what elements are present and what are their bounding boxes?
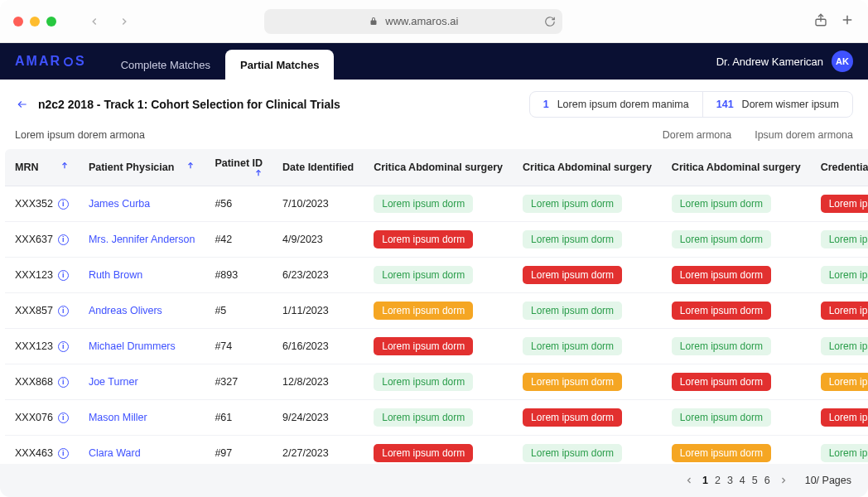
physician-link[interactable]: Ruth Brown xyxy=(89,269,142,281)
table-row[interactable]: XXX868i Joe Turner #327 12/8/2023 Lorem … xyxy=(5,364,868,400)
table-row[interactable]: XXX637i Mrs. Jennifer Anderson #42 4/9/2… xyxy=(5,222,868,258)
mrn-cell: XXX637i xyxy=(15,234,69,245)
lock-icon xyxy=(369,17,379,27)
mrn-cell: XXX463i xyxy=(15,447,69,459)
window-controls xyxy=(13,17,56,27)
patient-id-cell: #61 xyxy=(205,400,272,436)
maximize-window-button[interactable] xyxy=(46,17,56,27)
status-pill: Lorem ipsum dorm xyxy=(672,373,771,391)
info-icon[interactable]: i xyxy=(58,377,69,388)
app-header: AMARS Complete Matches Partial Matches D… xyxy=(0,43,868,80)
status-pill: Lorem ipsum dorm xyxy=(672,337,771,355)
status-pill: Lorem ipsum dorm xyxy=(672,408,771,427)
next-page-button[interactable] xyxy=(779,475,788,485)
avatar: AK xyxy=(832,51,853,72)
status-pill: Lorem ipsum dorm xyxy=(821,230,868,248)
filter-label-left: Lorem ipsum dorem armona xyxy=(15,129,145,141)
user-menu[interactable]: Dr. Andrew Kamerican AK xyxy=(716,51,853,72)
table-row[interactable]: XXX123i Ruth Brown #893 6/23/2023 Lorem … xyxy=(5,258,868,293)
status-pill: Lorem ipsum dorm xyxy=(821,373,868,391)
prev-page-button[interactable] xyxy=(684,475,694,485)
table-row[interactable]: XXX857i Andreas Olivers #5 1/11/2023 Lor… xyxy=(5,293,868,329)
page-number[interactable]: 2 xyxy=(715,475,721,486)
info-icon[interactable]: i xyxy=(58,448,69,459)
status-pill: Lorem ipsum dorm xyxy=(374,408,473,427)
col-physician[interactable]: Patient Physician xyxy=(79,149,205,186)
col-date[interactable]: Date Identified xyxy=(272,149,364,186)
patient-id-cell: #56 xyxy=(205,186,272,222)
sort-icon xyxy=(186,162,195,170)
per-page-label[interactable]: 10/ Pages xyxy=(805,475,851,486)
forward-button[interactable] xyxy=(113,10,136,33)
back-arrow-icon[interactable] xyxy=(15,99,30,110)
info-icon[interactable]: i xyxy=(58,199,69,210)
date-cell: 2/27/2023 xyxy=(272,436,364,465)
info-icon[interactable]: i xyxy=(58,341,69,352)
physician-link[interactable]: Joe Turner xyxy=(89,376,138,388)
tab-partial-matches[interactable]: Partial Matches xyxy=(225,50,334,80)
status-pill: Lorem ipsum dorm xyxy=(523,266,622,284)
col-crit1[interactable]: Critica Abdominal surgery xyxy=(364,149,513,186)
mrn-cell: XXX076i xyxy=(15,412,69,423)
table-row[interactable]: XXX076i Mason Miller #61 9/24/2023 Lorem… xyxy=(5,400,868,436)
page-number[interactable]: 5 xyxy=(752,475,758,486)
status-pill: Lorem ipsum dorm xyxy=(672,302,771,320)
pagination: 123456 10/ Pages xyxy=(0,464,868,497)
col-mrn[interactable]: MRN xyxy=(5,149,79,186)
reload-icon[interactable] xyxy=(544,16,556,27)
col-patient-id[interactable]: Patinet ID xyxy=(205,149,272,186)
patient-id-cell: #5 xyxy=(205,293,272,329)
patients-table: MRN Patient Physician Patinet ID Date Id… xyxy=(5,149,868,464)
address-bar[interactable]: www.amaros.ai xyxy=(264,9,562,34)
status-pill: Lorem ipsum dorm xyxy=(374,337,473,355)
page-number[interactable]: 3 xyxy=(727,475,733,486)
date-cell: 6/23/2023 xyxy=(272,258,364,293)
info-icon[interactable]: i xyxy=(58,413,69,423)
tab-complete-matches[interactable]: Complete Matches xyxy=(106,50,225,80)
filter-link-2[interactable]: Ipsum dorem armona xyxy=(755,129,853,141)
status-pill: Lorem ipsum dorm xyxy=(374,302,473,320)
main-tabs: Complete Matches Partial Matches xyxy=(106,43,335,80)
patient-id-cell: #893 xyxy=(205,258,272,293)
status-pill: Lorem ipsum dorm xyxy=(523,337,622,355)
close-window-button[interactable] xyxy=(13,17,23,27)
table-row[interactable]: XXX123i Michael Drummers #74 6/16/2023 L… xyxy=(5,329,868,364)
status-pill: Lorem ipsum dorm xyxy=(672,230,771,248)
col-crit3[interactable]: Critica Abdominal surgery xyxy=(662,149,811,186)
minimize-window-button[interactable] xyxy=(30,17,40,27)
logo-o-icon xyxy=(64,57,73,66)
physician-link[interactable]: Clara Ward xyxy=(89,447,141,459)
physician-link[interactable]: Mrs. Jennifer Anderson xyxy=(89,234,195,245)
browser-chrome: www.amaros.ai xyxy=(0,0,868,43)
table-row[interactable]: XXX352i James Curba #56 7/10/2023 Lorem … xyxy=(5,186,868,222)
counter-1[interactable]: 1 Lorem ipsum dorem manima xyxy=(530,92,702,117)
status-pill: Lorem ipsum dorm xyxy=(821,444,868,462)
share-icon[interactable] xyxy=(813,12,828,31)
status-pill: Lorem ipsum dorm xyxy=(374,373,473,391)
date-cell: 1/11/2023 xyxy=(272,293,364,329)
info-icon[interactable]: i xyxy=(58,270,69,281)
table-row[interactable]: XXX463i Clara Ward #97 2/27/2023 Lorem i… xyxy=(5,436,868,465)
page-number[interactable]: 1 xyxy=(702,475,708,486)
physician-link[interactable]: Mason Miller xyxy=(89,412,147,423)
col-credential[interactable]: Credential xyxy=(811,149,868,186)
page-number[interactable]: 4 xyxy=(740,475,745,486)
date-cell: 4/9/2023 xyxy=(272,222,364,258)
date-cell: 7/10/2023 xyxy=(272,186,364,222)
col-crit2[interactable]: Critica Abdominal surgery xyxy=(513,149,662,186)
physician-link[interactable]: Michael Drummers xyxy=(89,340,176,352)
info-icon[interactable]: i xyxy=(58,306,69,316)
filter-link-1[interactable]: Dorem armona xyxy=(663,129,731,141)
page-number[interactable]: 6 xyxy=(764,475,770,486)
logo[interactable]: AMARS xyxy=(15,54,86,69)
new-tab-icon[interactable] xyxy=(840,12,855,31)
status-pill: Lorem ipsum dorm xyxy=(821,266,868,284)
sort-icon xyxy=(60,162,69,170)
physician-link[interactable]: James Curba xyxy=(89,198,150,210)
physician-link[interactable]: Andreas Olivers xyxy=(89,305,162,316)
status-pill: Lorem ipsum dorm xyxy=(523,302,622,320)
counter-2[interactable]: 141 Dorem wismer ipsum xyxy=(702,92,852,117)
back-button[interactable] xyxy=(83,10,106,33)
status-pill: Lorem ipsum dorm xyxy=(672,266,771,284)
info-icon[interactable]: i xyxy=(58,234,69,245)
